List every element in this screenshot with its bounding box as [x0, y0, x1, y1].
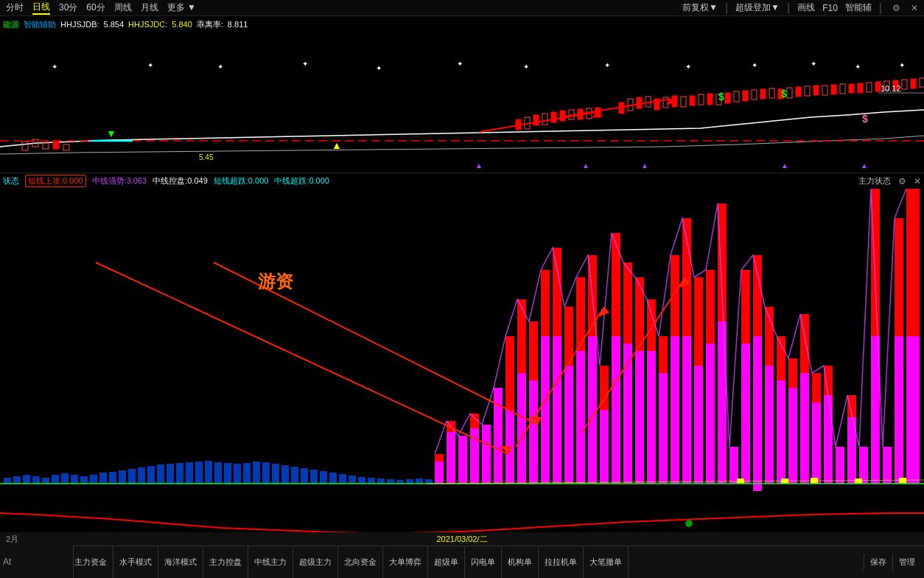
top-toolbar: 分时 日线 30分 60分 周线 月线 更多 ▼ 前复权▼ | 超级登加▼ | … — [0, 0, 924, 16]
svg-text:▲: ▲ — [332, 139, 342, 151]
svg-rect-205 — [737, 478, 744, 484]
svg-text:▲: ▲ — [861, 161, 868, 170]
svg-rect-49 — [911, 79, 916, 88]
btn-save[interactable]: 保存 — [864, 554, 892, 571]
svg-rect-113 — [272, 464, 279, 484]
svg-rect-30 — [743, 91, 748, 101]
svg-rect-115 — [291, 467, 298, 484]
smart-btn[interactable]: 智能辅 — [845, 1, 872, 14]
settings-icon[interactable]: ⚙ — [892, 3, 900, 13]
bottom-toolbar: 默认 三板斧 主力资金 水手模式 海洋模式 主力控盘 中线主力 超级主力 北向资… — [0, 546, 924, 578]
svg-line-216 — [516, 307, 604, 447]
svg-rect-140 — [505, 336, 514, 410]
btn-flash-order[interactable]: 闪电单 — [465, 546, 502, 578]
svg-rect-144 — [529, 321, 538, 380]
svg-rect-171 — [694, 277, 703, 484]
f10-btn[interactable]: F10 — [822, 3, 838, 13]
svg-rect-124 — [377, 478, 385, 484]
btn-north-capital[interactable]: 北向资金 — [338, 546, 383, 578]
svg-rect-94 — [90, 475, 97, 484]
main-status-bar: 状态 短线上攻:0.000 中线强势:3.063 中线控盘:0.049 短线超跌… — [0, 173, 924, 189]
svg-line-212 — [96, 262, 508, 454]
draw-btn[interactable]: 画线 — [797, 1, 815, 14]
btn-big-cancel[interactable]: 大笔撤单 — [584, 546, 629, 578]
timeframe-daily[interactable]: 日线 — [32, 1, 50, 15]
svg-text:5.45: 5.45 — [199, 153, 214, 161]
superjia-btn[interactable]: 超级登加▼ — [735, 1, 780, 14]
status-right: 主力状态 ⚙ ✕ — [858, 175, 921, 187]
svg-text:$: $ — [781, 88, 787, 100]
svg-rect-10 — [551, 112, 556, 122]
btn-main-capital[interactable]: 主力资金 — [69, 546, 113, 578]
svg-rect-164 — [647, 351, 656, 484]
svg-rect-168 — [671, 336, 679, 484]
svg-line-218 — [582, 277, 685, 432]
svg-rect-110 — [243, 463, 251, 484]
pili-value: 8.811 — [228, 20, 248, 29]
svg-rect-96 — [109, 472, 116, 484]
timeframe-30min[interactable]: 30分 — [59, 1, 77, 14]
month-label: 2月 — [6, 534, 18, 545]
svg-rect-181 — [753, 336, 762, 491]
timeframe-monthly[interactable]: 月线 — [141, 1, 158, 14]
svg-rect-206 — [781, 478, 788, 484]
svg-rect-24 — [690, 96, 695, 105]
svg-rect-134 — [458, 436, 467, 484]
svg-rect-201 — [895, 218, 903, 484]
svg-rect-88 — [32, 476, 40, 484]
fuquan-btn[interactable]: 前复权▼ — [682, 1, 718, 14]
svg-rect-83 — [0, 189, 924, 498]
timeframe-more[interactable]: 更多 ▼ — [167, 1, 196, 14]
btn-institution[interactable]: 机构单 — [502, 546, 539, 578]
svg-rect-192 — [824, 366, 833, 484]
right-buttons: 保存 管理 — [864, 554, 921, 571]
timeframe-60min[interactable]: 60分 — [86, 1, 105, 14]
hhjsjdb-value: 5.854 — [104, 20, 125, 29]
svg-rect-138 — [494, 388, 503, 484]
svg-rect-207 — [811, 478, 818, 484]
svg-rect-38 — [813, 86, 819, 95]
svg-rect-125 — [387, 479, 394, 484]
svg-rect-126 — [396, 480, 404, 484]
svg-text:▲: ▲ — [641, 161, 648, 170]
svg-rect-188 — [800, 314, 809, 484]
svg-rect-169 — [682, 218, 691, 484]
btn-super-order[interactable]: 超级单 — [428, 546, 465, 578]
svg-rect-158 — [612, 336, 620, 484]
svg-text:✦: ✦ — [855, 63, 861, 71]
btn-pull-machine[interactable]: 拉拉机单 — [539, 546, 584, 578]
bar-chart-area: 游资 — [0, 189, 924, 498]
svg-marker-217 — [598, 307, 609, 317]
svg-rect-208 — [855, 478, 862, 484]
close-icon[interactable]: ✕ — [911, 3, 918, 13]
hhjsjdc-value: 5.840 — [172, 20, 192, 29]
btn-super-main[interactable]: 超级主力 — [293, 546, 338, 578]
status-close-icon[interactable]: ✕ — [914, 176, 921, 187]
btn-manage[interactable]: 管理 — [892, 554, 921, 571]
svg-rect-18 — [637, 97, 642, 108]
timeframe-fenshi[interactable]: 分时 — [6, 1, 24, 14]
svg-rect-105 — [195, 462, 203, 484]
svg-rect-104 — [186, 462, 193, 484]
btn-mid-main[interactable]: 中线主力 — [248, 546, 293, 578]
svg-rect-45 — [875, 82, 881, 91]
svg-rect-107 — [214, 462, 222, 484]
btn-main-control[interactable]: 主力控盘 — [203, 546, 248, 578]
btn-ocean-mode[interactable]: 海洋模式 — [158, 546, 203, 578]
btn-big-order[interactable]: 大单博弈 — [383, 546, 428, 578]
mid-control-label: 中线控盘:0.049 — [153, 175, 208, 187]
timeframe-weekly[interactable]: 周线 — [114, 1, 132, 14]
svg-rect-195 — [847, 395, 856, 484]
svg-rect-120 — [339, 474, 346, 484]
svg-rect-36 — [796, 87, 801, 97]
svg-rect-148 — [553, 336, 561, 484]
status-settings-icon[interactable]: ⚙ — [898, 176, 906, 187]
svg-text:▼: ▼ — [106, 128, 116, 139]
svg-rect-142 — [517, 373, 526, 484]
svg-rect-189 — [800, 314, 809, 373]
btn-sailor-mode[interactable]: 水手模式 — [113, 546, 158, 578]
svg-rect-116 — [301, 468, 308, 484]
svg-text:✦: ✦ — [457, 60, 463, 68]
svg-rect-139 — [505, 336, 514, 484]
svg-rect-122 — [358, 477, 365, 484]
